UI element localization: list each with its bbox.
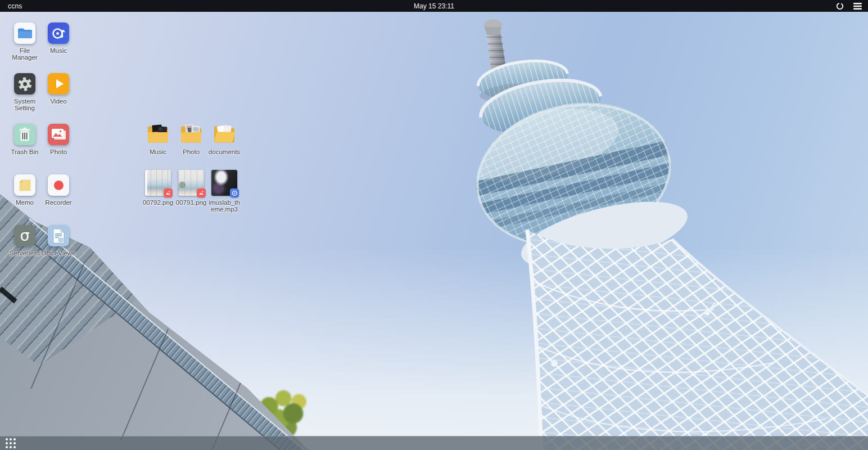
desktop-folder-label: documents [207,148,242,155]
desktop-icon-label: File Manager [7,47,42,61]
desktop-icon-trash-bin[interactable]: Trash Bin [8,124,42,155]
desktop-folder-label: Music [141,148,175,155]
desktop-folder-photo[interactable]: Photo [174,123,208,155]
desktop-file-imuslab-theme[interactable]: imuslab_theme.mp3 [207,170,241,213]
wallpaper [0,0,868,450]
record-dot-icon [48,174,69,196]
documents-folder-icon [212,123,237,145]
desktop-icon-system-setting[interactable]: System Setting [8,73,42,112]
desktop-file-00791[interactable]: 00791.png [174,170,208,206]
desktop-icon-label: Video [41,98,76,105]
desktop-icon-serverless[interactable]: σ Serverless [8,225,42,256]
photo-folder-icon [179,123,204,145]
sticky-note-icon [14,174,35,196]
picture-icon [48,124,69,145]
desktop-icon-label: Music [41,47,76,54]
desktop-icon-label: Recorder [41,199,76,206]
play-icon [48,73,69,94]
topbar-right-icons [835,1,868,11]
disc-note-icon [48,22,69,44]
building-seam [30,264,84,389]
image-thumbnail [145,170,171,196]
folder-icon [14,22,35,44]
desktop-icon-photo[interactable]: Photo [42,124,75,155]
music-disc-badge-icon [230,188,239,197]
trash-icon [14,124,35,145]
top-status-bar: ccns May 15 23:11 [0,0,868,12]
desktop-icon-file-manager[interactable]: File Manager [8,22,42,61]
desktop-icon-label: Memo [7,199,42,206]
image-thumbnail [178,170,204,196]
desktop-icon-label: Serverless [7,250,42,256]
desktop-icon-label: Photo [41,148,76,155]
image-badge-icon [164,188,173,197]
desktop-icon-label: OfficeViewer [41,250,76,264]
desktop-folder-label: Photo [174,148,209,155]
desktop-icon-officeviewer[interactable]: OfficeViewer [42,225,75,264]
desktop-folder-music[interactable]: Music [141,123,175,155]
desktop-screen: ccns May 15 23:11 File Manager [0,0,868,450]
document-icon [48,225,69,246]
desktop-file-label: imuslab_theme.mp3 [208,199,241,213]
building-seam [120,329,169,441]
gear-icon [14,73,35,94]
hostname-label: ccns [0,2,22,10]
menu-icon[interactable] [852,1,862,11]
desktop-icon-video[interactable]: Video [42,73,75,105]
desktop-folder-documents[interactable]: documents [207,123,241,155]
desktop-file-00792[interactable]: 00792.png [141,170,175,206]
building-slot [0,286,17,303]
lattice-graphic [527,230,868,450]
desktop-file-label: 00792.png [142,199,174,206]
clock: May 15 23:11 [0,2,868,10]
desktop-icon-label: System Setting [7,98,42,112]
desktop-icon-recorder[interactable]: Recorder [42,174,75,206]
sigma-icon: σ [14,225,35,246]
desktop-file-label: 00791.png [175,199,207,206]
music-folder-icon [146,123,170,145]
audio-thumbnail [211,170,237,196]
status-ring-icon[interactable] [835,1,845,11]
taskbar [0,436,868,450]
app-grid-launcher-icon[interactable] [6,438,16,448]
desktop-icon-music[interactable]: Music [42,22,75,54]
desktop-icon-label: Trash Bin [7,148,42,155]
desktop-icon-memo[interactable]: Memo [8,174,42,206]
image-badge-icon [197,188,206,197]
